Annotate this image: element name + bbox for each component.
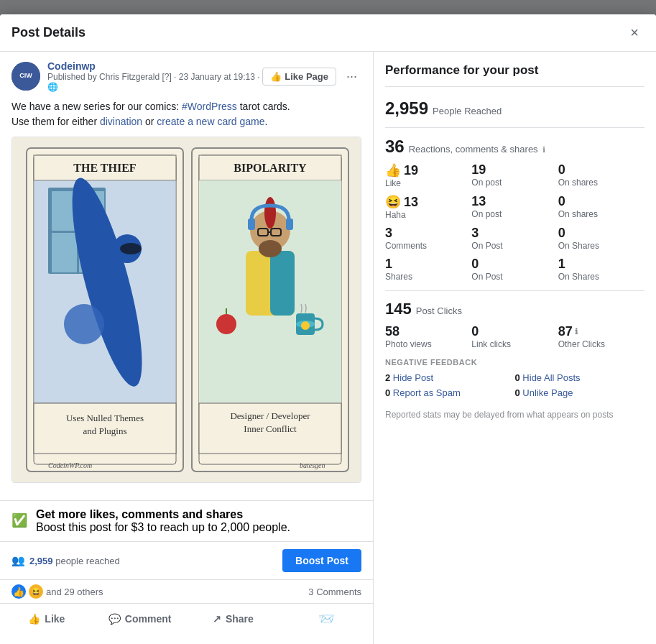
- like-page-label: Like Page: [285, 71, 328, 82]
- like-on-shares: 0 On shares: [558, 162, 645, 188]
- share-label: Share: [226, 613, 254, 625]
- post-text: We have a new series for our comics: #Wo…: [11, 99, 361, 129]
- reach-count: 2,959 people reached: [29, 556, 120, 566]
- page-name[interactable]: Codeinwp: [47, 60, 260, 72]
- haha-emoji-sm: 😆: [385, 194, 401, 210]
- haha-count: 13: [404, 195, 418, 210]
- reactions-count: 36: [385, 137, 405, 157]
- svg-point-15: [120, 243, 142, 254]
- boost-description: Boost this post for $3 to reach up to 2,…: [36, 521, 290, 534]
- reach-info: 👥 2,959 people reached: [11, 554, 120, 567]
- author-left: CIW Codeinwp Published by Chris Fitzgera…: [11, 60, 260, 92]
- svg-text:CodeinWP.com: CodeinWP.com: [48, 461, 92, 469]
- other-clicks-label: Other Clicks: [558, 339, 645, 349]
- comments-label-sm: Comments: [385, 241, 471, 251]
- shares-on-shares-count: 1: [558, 257, 565, 272]
- hashtag-wordpress[interactable]: #WordPress: [182, 101, 237, 112]
- other-clicks-info-icon[interactable]: ℹ: [575, 327, 578, 336]
- post-details-modal: Post Details × CIW: [0, 14, 656, 644]
- haha-on-post-label: On post: [471, 209, 558, 219]
- comment-button[interactable]: 💬 Comment: [93, 605, 187, 632]
- hide-post-count: 2: [385, 372, 390, 383]
- people-reached-count: 2,959: [385, 98, 428, 119]
- like-label: Like: [45, 613, 65, 625]
- boost-icon: ✅: [11, 512, 29, 530]
- like-emoji: 👍: [11, 584, 26, 599]
- reaction-emojis: 👍 😆 and 29 others: [11, 584, 103, 599]
- haha-on-post-count: 13: [471, 194, 486, 209]
- svg-text:Designer / Developer: Designer / Developer: [230, 410, 310, 421]
- reactions-info-icon[interactable]: ℹ: [542, 145, 545, 155]
- shares-label-sm: Shares: [385, 272, 471, 282]
- haha-on-shares-count: 0: [558, 194, 565, 209]
- negative-feedback-header: NEGATIVE FEEDBACK: [385, 358, 645, 367]
- footer-note: Reported stats may be delayed from what …: [385, 410, 645, 420]
- like-on-shares-label: On shares: [558, 178, 645, 188]
- author-info: Codeinwp Published by Chris Fitzgerald […: [47, 60, 260, 92]
- boost-post-button[interactable]: Boost Post: [282, 549, 361, 572]
- svg-text:batesgen: batesgen: [300, 461, 325, 469]
- globe-icon: 🌐: [47, 82, 260, 92]
- post-clicks-label: Post Clicks: [416, 305, 462, 316]
- svg-text:and Plugins: and Plugins: [83, 426, 126, 436]
- svg-text:THE THIEF: THE THIEF: [73, 162, 137, 174]
- svg-rect-32: [286, 218, 293, 230]
- send-icon: 📨: [318, 611, 334, 627]
- hide-post-link[interactable]: Hide Post: [393, 372, 433, 383]
- comments-count[interactable]: 3 Comments: [308, 586, 361, 597]
- svg-point-35: [259, 240, 282, 257]
- like-page-icon: 👍: [270, 71, 282, 82]
- comment-icon: 💬: [108, 613, 121, 625]
- svg-point-36: [216, 314, 236, 334]
- other-clicks-count: 87 ℹ: [558, 324, 645, 339]
- post-image[interactable]: THE THIEF: [11, 137, 361, 483]
- left-panel: CIW Codeinwp Published by Chris Fitzgera…: [0, 52, 374, 644]
- comments-on-shares-label: On Shares: [558, 241, 645, 251]
- link-clicks-count: 0: [471, 324, 558, 339]
- svg-text:Uses Nulled Themes: Uses Nulled Themes: [66, 413, 144, 423]
- like-label-sm: Like: [385, 178, 471, 188]
- like-page-button[interactable]: 👍 Like Page: [262, 68, 336, 86]
- clicks-grid: 58 Photo views 0 Link clicks 87 ℹ Other …: [385, 324, 645, 349]
- others-count: and 29 others: [46, 586, 103, 597]
- comments-on-post-count: 3: [471, 226, 479, 241]
- report-spam-cell: 0 Report as Spam: [385, 387, 515, 398]
- share-button[interactable]: ↗ Share: [187, 605, 280, 632]
- post-clicks-section: 145 Post Clicks 58 Photo views 0 Link cl…: [385, 300, 645, 349]
- close-button[interactable]: ×: [624, 22, 645, 44]
- send-button[interactable]: 📨: [280, 605, 373, 632]
- reactions-row: 36 Reactions, comments & shares ℹ: [385, 137, 645, 157]
- svg-text:CIW: CIW: [19, 72, 32, 79]
- more-options-button[interactable]: ···: [342, 68, 361, 86]
- reach-row: 👥 2,959 people reached Boost Post: [0, 541, 373, 579]
- report-spam-link[interactable]: Report as Spam: [393, 387, 461, 398]
- hide-all-posts-link[interactable]: Hide All Posts: [522, 372, 580, 383]
- svg-text:BIPOLARITY: BIPOLARITY: [234, 162, 307, 174]
- post-text-line1: We have a new series for our comics: #Wo…: [11, 101, 290, 112]
- comments-count-num: 3: [385, 226, 392, 241]
- link-clicks-label: Link clicks: [471, 339, 558, 349]
- like-button[interactable]: 👍 Like: [0, 605, 93, 632]
- reach-count-link[interactable]: 2,959: [29, 556, 53, 566]
- people-icon: 👥: [11, 554, 25, 567]
- like-on-post-label: On post: [471, 178, 558, 188]
- photo-views-cell: 58 Photo views: [385, 324, 471, 349]
- comments-on-shares: 0 On Shares: [558, 226, 645, 251]
- haha-label-sm: Haha: [385, 210, 471, 220]
- post-author: CIW Codeinwp Published by Chris Fitzgera…: [11, 60, 361, 92]
- comments-on-post-label: On Post: [471, 241, 558, 251]
- svg-rect-31: [248, 218, 255, 230]
- svg-rect-34: [270, 251, 295, 316]
- unlike-page-cell: 0 Unlike Page: [515, 387, 645, 398]
- svg-point-16: [64, 304, 104, 344]
- shares-on-post-label: On Post: [471, 272, 558, 282]
- performance-title: Performance for your post: [385, 63, 645, 87]
- haha-on-shares: 0 On shares: [558, 194, 645, 220]
- boost-section: ✅ Get more likes, comments and shares Bo…: [0, 500, 373, 541]
- link-divination[interactable]: divination: [100, 116, 142, 127]
- unlike-page-link[interactable]: Unlike Page: [522, 387, 573, 398]
- reaction-shares: 1 Shares: [385, 257, 471, 282]
- link-new-game[interactable]: create a new card game: [157, 116, 264, 127]
- reactions-label: Reactions, comments & shares: [409, 144, 538, 155]
- shares-on-shares-label: On Shares: [558, 272, 645, 282]
